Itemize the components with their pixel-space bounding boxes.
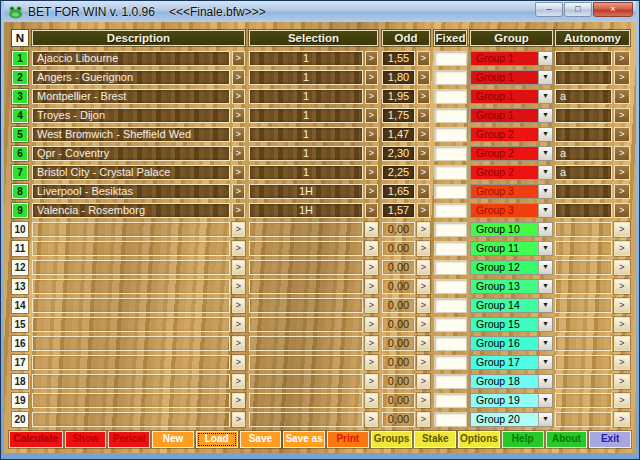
autonomy-field[interactable]: a	[555, 165, 612, 180]
description-expand-button[interactable]: >	[232, 241, 245, 256]
description-expand-button[interactable]: >	[232, 355, 245, 370]
selection-field[interactable]	[249, 222, 363, 237]
fixed-field[interactable]	[434, 412, 467, 427]
selection-expand-button[interactable]: >	[365, 355, 378, 370]
fixed-field[interactable]	[434, 279, 467, 294]
about-button[interactable]: About	[546, 431, 588, 448]
odd-expand-button[interactable]: >	[417, 317, 430, 332]
description-field[interactable]: Angers - Guerignon	[32, 70, 230, 85]
group-select[interactable]: Group 2▼	[470, 146, 553, 161]
odd-expand-button[interactable]: >	[417, 203, 430, 218]
description-field[interactable]	[32, 317, 230, 332]
fixed-field[interactable]	[434, 222, 467, 237]
description-field[interactable]: Bristol City - Crystal Palace	[32, 165, 230, 180]
autonomy-field[interactable]	[555, 241, 612, 256]
selection-field[interactable]	[249, 279, 363, 294]
dropdown-arrow-icon[interactable]: ▼	[538, 318, 552, 331]
description-expand-button[interactable]: >	[232, 317, 245, 332]
autonomy-expand-button[interactable]: >	[614, 355, 630, 370]
dropdown-arrow-icon[interactable]: ▼	[538, 147, 552, 160]
selection-expand-button[interactable]: >	[365, 222, 378, 237]
odd-expand-button[interactable]: >	[417, 165, 430, 180]
group-select[interactable]: Group 18▼	[470, 374, 553, 389]
autonomy-expand-button[interactable]: >	[614, 336, 630, 351]
group-select[interactable]: Group 16▼	[470, 336, 553, 351]
odd-expand-button[interactable]: >	[417, 279, 430, 294]
odd-field[interactable]: 1,80	[382, 70, 415, 85]
autonomy-field[interactable]	[555, 184, 612, 199]
print-button[interactable]: Print	[327, 431, 369, 448]
selection-field[interactable]	[249, 393, 363, 408]
dropdown-arrow-icon[interactable]: ▼	[538, 280, 552, 293]
selection-expand-button[interactable]: >	[365, 279, 378, 294]
dropdown-arrow-icon[interactable]: ▼	[538, 90, 552, 103]
autonomy-field[interactable]	[555, 336, 612, 351]
autonomy-expand-button[interactable]: >	[614, 70, 630, 85]
group-select[interactable]: Group 3▼	[470, 184, 553, 199]
description-field[interactable]: Liverpool - Besiktas	[32, 184, 230, 199]
description-expand-button[interactable]: >	[232, 279, 245, 294]
selection-field[interactable]	[249, 336, 363, 351]
options-button[interactable]: Options	[458, 431, 500, 448]
group-select[interactable]: Group 11▼	[470, 241, 553, 256]
group-select[interactable]: Group 1▼	[470, 89, 553, 104]
odd-field[interactable]: 0,00	[382, 298, 415, 313]
dropdown-arrow-icon[interactable]: ▼	[538, 185, 552, 198]
selection-expand-button[interactable]: >	[365, 393, 378, 408]
description-expand-button[interactable]: >	[232, 127, 245, 142]
exit-button[interactable]: Exit	[589, 431, 631, 448]
odd-field[interactable]: 1,57	[382, 203, 415, 218]
description-field[interactable]: Ajaccio Libourne	[32, 51, 230, 66]
odd-expand-button[interactable]: >	[417, 260, 430, 275]
autonomy-field[interactable]	[555, 222, 612, 237]
odd-field[interactable]: 1,47	[382, 127, 415, 142]
odd-field[interactable]: 1,55	[382, 51, 415, 66]
maximize-icon[interactable]: □	[564, 2, 592, 17]
close-icon[interactable]: ×	[593, 2, 633, 17]
description-field[interactable]	[32, 298, 230, 313]
description-expand-button[interactable]: >	[232, 298, 245, 313]
autonomy-field[interactable]	[555, 203, 612, 218]
selection-field[interactable]	[249, 374, 363, 389]
selection-field[interactable]: 1	[249, 70, 363, 85]
autonomy-expand-button[interactable]: >	[614, 146, 630, 161]
autonomy-expand-button[interactable]: >	[614, 298, 630, 313]
autonomy-field[interactable]	[555, 279, 612, 294]
autonomy-expand-button[interactable]: >	[614, 279, 630, 294]
autonomy-field[interactable]	[555, 355, 612, 370]
save-as-button[interactable]: Save as	[283, 431, 325, 448]
description-field[interactable]	[32, 222, 230, 237]
description-expand-button[interactable]: >	[232, 146, 245, 161]
autonomy-expand-button[interactable]: >	[614, 241, 630, 256]
fixed-field[interactable]	[434, 70, 467, 85]
autonomy-field[interactable]	[555, 374, 612, 389]
autonomy-expand-button[interactable]: >	[614, 165, 630, 180]
description-expand-button[interactable]: >	[232, 336, 245, 351]
description-expand-button[interactable]: >	[232, 393, 245, 408]
selection-expand-button[interactable]: >	[365, 165, 378, 180]
odd-expand-button[interactable]: >	[417, 298, 430, 313]
odd-expand-button[interactable]: >	[417, 222, 430, 237]
description-expand-button[interactable]: >	[232, 51, 245, 66]
description-expand-button[interactable]: >	[232, 374, 245, 389]
dropdown-arrow-icon[interactable]: ▼	[538, 375, 552, 388]
dropdown-arrow-icon[interactable]: ▼	[538, 337, 552, 350]
fixed-field[interactable]	[434, 317, 467, 332]
autonomy-expand-button[interactable]: >	[614, 260, 630, 275]
description-field[interactable]: West Bromwich - Sheffield Wed	[32, 127, 230, 142]
dropdown-arrow-icon[interactable]: ▼	[538, 52, 552, 65]
autonomy-expand-button[interactable]: >	[614, 203, 630, 218]
selection-field[interactable]	[249, 317, 363, 332]
autonomy-expand-button[interactable]: >	[614, 127, 630, 142]
description-field[interactable]	[32, 374, 230, 389]
fixed-field[interactable]	[434, 374, 467, 389]
autonomy-field[interactable]	[555, 412, 612, 427]
odd-expand-button[interactable]: >	[417, 51, 430, 66]
autonomy-field[interactable]: a	[555, 89, 612, 104]
autonomy-field[interactable]	[555, 51, 612, 66]
odd-field[interactable]: 1,75	[382, 108, 415, 123]
autonomy-field[interactable]	[555, 317, 612, 332]
selection-expand-button[interactable]: >	[365, 89, 378, 104]
selection-field[interactable]: 1	[249, 89, 363, 104]
selection-field[interactable]: 1	[249, 146, 363, 161]
